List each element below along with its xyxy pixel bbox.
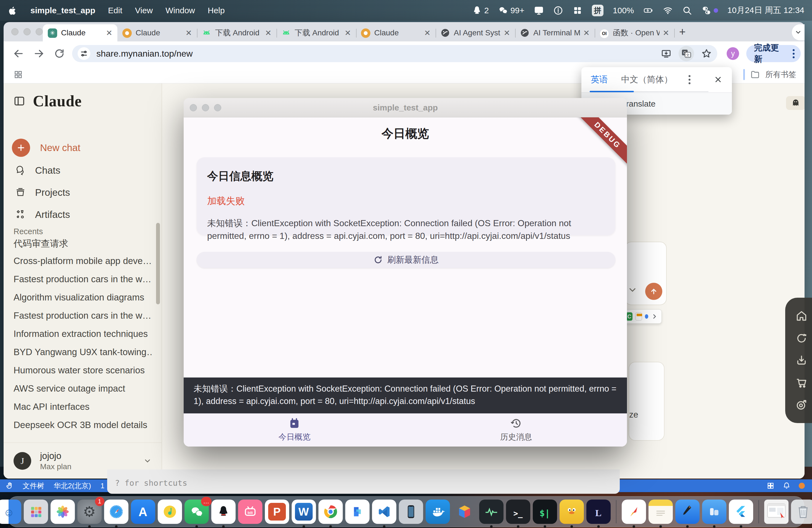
- google-translate-icon[interactable]: G文: [679, 46, 694, 61]
- tab-8--open-we[interactable]: OI函数 · Open We✕: [595, 24, 674, 41]
- reload-icon[interactable]: [795, 332, 808, 344]
- model-selector-chevron-icon[interactable]: [627, 285, 637, 295]
- chevron-right-icon[interactable]: [651, 313, 658, 320]
- tab-4--android-st[interactable]: 下载 Android St✕: [276, 24, 356, 41]
- dock-tower[interactable]: [345, 500, 369, 524]
- forward-button[interactable]: [33, 48, 44, 59]
- tab-6-ai-agent-syste[interactable]: AI Agent Syste✕: [436, 24, 515, 41]
- dock-app-store[interactable]: A: [131, 500, 155, 524]
- spotlight-search-icon[interactable]: [682, 5, 692, 15]
- recent-chat-item[interactable]: Mac API interfaces: [14, 401, 153, 412]
- bell-icon[interactable]: [783, 482, 791, 489]
- download-icon[interactable]: [795, 354, 808, 367]
- dock-iphone-mirroring[interactable]: [399, 500, 423, 524]
- send-message-button[interactable]: [645, 283, 662, 300]
- dock-flutter[interactable]: [729, 500, 753, 524]
- account-menu[interactable]: J jojojo Max plan: [14, 451, 151, 471]
- sidebar-item-chats[interactable]: Chats: [15, 165, 60, 176]
- dock-chrome[interactable]: [318, 500, 343, 524]
- time-machine-icon[interactable]: [553, 5, 563, 15]
- bookmark-star-icon[interactable]: [701, 48, 712, 59]
- address-bar[interactable]: share.mynanian.top/new G文: [72, 45, 717, 62]
- tab-close-icon[interactable]: ✕: [421, 28, 431, 38]
- dock-wechat[interactable]: …: [185, 500, 209, 524]
- control-center[interactable]: [701, 5, 718, 15]
- chrome-update-button[interactable]: 完成更新: [746, 45, 801, 62]
- app-titlebar[interactable]: simple_test_app: [184, 98, 627, 117]
- back-button[interactable]: [13, 48, 24, 59]
- window-grid-icon[interactable]: [572, 5, 582, 15]
- recent-chat-item[interactable]: AWS service outage impact: [14, 383, 153, 394]
- browser-traffic-lights[interactable]: [11, 28, 43, 35]
- dock-trash[interactable]: [791, 500, 812, 524]
- recent-chat-item[interactable]: Information extraction techniques: [14, 328, 153, 339]
- claude-feedback-button[interactable]: [786, 96, 804, 110]
- cart-icon[interactable]: [795, 376, 808, 389]
- site-settings-icon[interactable]: [77, 47, 90, 60]
- region-label[interactable]: 华北2(北京): [54, 481, 91, 491]
- apple-menu-icon[interactable]: [8, 5, 18, 15]
- active-app-name[interactable]: simple_test_app: [30, 6, 95, 15]
- menu-window[interactable]: Window: [165, 6, 195, 15]
- all-bookmarks[interactable]: 所有书签: [743, 69, 796, 80]
- recent-chat-item[interactable]: 代码审查请求: [14, 237, 153, 250]
- dock-arrow-app[interactable]: [622, 500, 646, 524]
- new-tab-button[interactable]: +: [679, 26, 685, 38]
- dock-qq-music[interactable]: [158, 500, 182, 524]
- browser-profile-avatar[interactable]: y: [727, 47, 739, 60]
- recent-chat-item[interactable]: Algorithm visualization diagrams: [14, 292, 153, 303]
- url-text[interactable]: share.mynanian.top/new: [97, 48, 654, 59]
- dock-finder[interactable]: ☺: [0, 500, 21, 524]
- dock-lilisi-network[interactable]: L: [586, 500, 611, 524]
- translate-tab-chinese[interactable]: 中文（简体）: [621, 74, 672, 85]
- zoom-window-button[interactable]: [35, 28, 43, 35]
- dock-photos[interactable]: [50, 500, 75, 524]
- nav-tab-calendar[interactable]: 今日概览: [184, 413, 405, 446]
- recent-chat-item[interactable]: Deepseek OCR 3B model details: [14, 420, 153, 430]
- sidebar-item-artifacts[interactable]: Artifacts: [15, 209, 70, 220]
- tab-close-icon[interactable]: ✕: [342, 28, 351, 38]
- tab-7-ai-terminal-mo[interactable]: AI Terminal Mo✕: [515, 24, 595, 41]
- tab-close-icon[interactable]: ✕: [659, 28, 669, 38]
- tab-close-icon[interactable]: ✕: [182, 28, 192, 38]
- dock-safari[interactable]: [104, 500, 128, 524]
- dock-powerpoint[interactable]: P: [265, 500, 289, 524]
- translate-close-icon[interactable]: [714, 75, 723, 84]
- minimize-window-button[interactable]: [24, 28, 31, 35]
- tab-close-icon[interactable]: ✕: [103, 28, 112, 38]
- sidebar-scrollbar[interactable]: [156, 223, 160, 304]
- dock-launchpad[interactable]: [24, 500, 48, 524]
- menu-edit[interactable]: Edit: [108, 6, 122, 15]
- translate-bubble[interactable]: C: [623, 309, 662, 324]
- input-method-icon[interactable]: 拼: [592, 5, 604, 16]
- wechat-status[interactable]: 99+: [498, 5, 524, 15]
- sidebar-toggle-icon[interactable]: [14, 95, 25, 107]
- dock-minimized-window[interactable]: [764, 500, 788, 524]
- browser-menu-icon[interactable]: [793, 49, 795, 58]
- dock-bilibili[interactable]: bili: [238, 500, 262, 524]
- menubar-clock[interactable]: 10月24日 周五 12:34: [727, 5, 804, 16]
- recent-chat-item[interactable]: Cross-platform mobile app deve…: [14, 256, 153, 266]
- tab-1-claude[interactable]: ✳Claude✕: [43, 24, 117, 41]
- tab-close-icon[interactable]: ✕: [580, 28, 590, 38]
- dock-word[interactable]: W: [292, 500, 316, 524]
- dock-activity-monitor[interactable]: [479, 500, 504, 524]
- dock-qq[interactable]: [211, 500, 236, 524]
- dock-notes[interactable]: [649, 500, 673, 524]
- target-icon[interactable]: [795, 398, 808, 411]
- dock-cash-terminal[interactable]: $|: [533, 500, 557, 524]
- translate-tab-english[interactable]: 英语: [591, 74, 608, 85]
- recent-chat-item[interactable]: BYD Yangwang U9X tank-towing…: [14, 347, 153, 357]
- dock-xcode[interactable]: [675, 500, 700, 524]
- dock-duck-app[interactable]: [560, 500, 584, 524]
- recent-chat-item[interactable]: Fastest production cars in the w…: [14, 274, 153, 284]
- nav-tab-history[interactable]: 历史消息: [405, 413, 627, 446]
- dock-vscode[interactable]: [372, 500, 396, 524]
- tab-close-icon[interactable]: ✕: [501, 28, 510, 38]
- tab-close-icon[interactable]: ✕: [262, 28, 272, 38]
- dock-docker[interactable]: [425, 500, 450, 524]
- recent-chat-item[interactable]: Fastest production cars in the w…: [14, 310, 153, 321]
- dock-simulator[interactable]: [702, 500, 726, 524]
- wifi-icon[interactable]: [663, 5, 673, 15]
- tab-5-claude[interactable]: Claude✕: [356, 24, 436, 41]
